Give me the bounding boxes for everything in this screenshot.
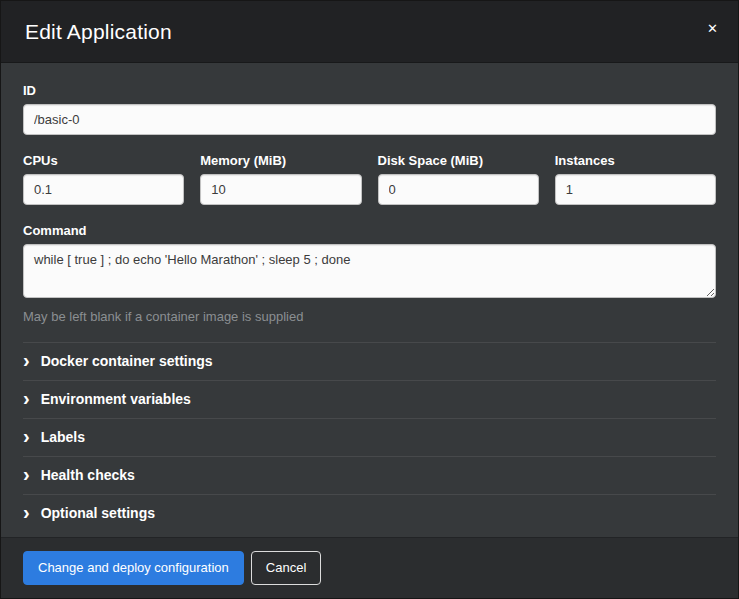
chevron-right-icon: › (23, 391, 30, 405)
instances-field-block: Instances (555, 153, 716, 205)
id-field-block: ID (23, 83, 716, 135)
memory-input[interactable] (200, 174, 361, 205)
section-environment-variables[interactable]: › Environment variables (23, 380, 716, 418)
cpus-input[interactable] (23, 174, 184, 205)
id-input[interactable] (23, 104, 716, 135)
edit-application-modal: Edit Application ✕ ID CPUs Memory (MiB) … (0, 0, 739, 599)
instances-label: Instances (555, 153, 716, 168)
chevron-right-icon: › (23, 429, 30, 443)
section-label: Health checks (41, 467, 135, 483)
change-and-deploy-button[interactable]: Change and deploy configuration (23, 551, 244, 585)
command-field-block: Command while [ true ] ; do echo 'Hello … (23, 223, 716, 324)
command-help-text: May be left blank if a container image i… (23, 309, 716, 324)
section-label: Docker container settings (41, 353, 213, 369)
section-label: Environment variables (41, 391, 191, 407)
chevron-right-icon: › (23, 505, 30, 519)
command-label: Command (23, 223, 716, 238)
accordion-sections: › Docker container settings › Environmen… (23, 342, 716, 532)
section-optional-settings[interactable]: › Optional settings (23, 494, 716, 532)
modal-footer: Change and deploy configuration Cancel (1, 537, 738, 598)
cancel-button[interactable]: Cancel (251, 551, 321, 585)
id-label: ID (23, 83, 716, 98)
modal-title: Edit Application (25, 20, 172, 44)
section-docker-container-settings[interactable]: › Docker container settings (23, 342, 716, 380)
disk-label: Disk Space (MiB) (378, 153, 539, 168)
command-textarea[interactable]: while [ true ] ; do echo 'Hello Marathon… (23, 244, 716, 298)
section-labels[interactable]: › Labels (23, 418, 716, 456)
section-label: Optional settings (41, 505, 155, 521)
disk-field-block: Disk Space (MiB) (378, 153, 539, 205)
memory-field-block: Memory (MiB) (200, 153, 361, 205)
section-health-checks[interactable]: › Health checks (23, 456, 716, 494)
cpus-label: CPUs (23, 153, 184, 168)
chevron-right-icon: › (23, 467, 30, 481)
cpus-field-block: CPUs (23, 153, 184, 205)
modal-body: ID CPUs Memory (MiB) Disk Space (MiB) In… (1, 63, 738, 537)
memory-label: Memory (MiB) (200, 153, 361, 168)
resources-field-row: CPUs Memory (MiB) Disk Space (MiB) Insta… (23, 153, 716, 205)
chevron-right-icon: › (23, 353, 30, 367)
close-icon[interactable]: ✕ (703, 18, 722, 39)
section-label: Labels (41, 429, 85, 445)
instances-input[interactable] (555, 174, 716, 205)
disk-input[interactable] (378, 174, 539, 205)
modal-header: Edit Application ✕ (1, 1, 738, 63)
